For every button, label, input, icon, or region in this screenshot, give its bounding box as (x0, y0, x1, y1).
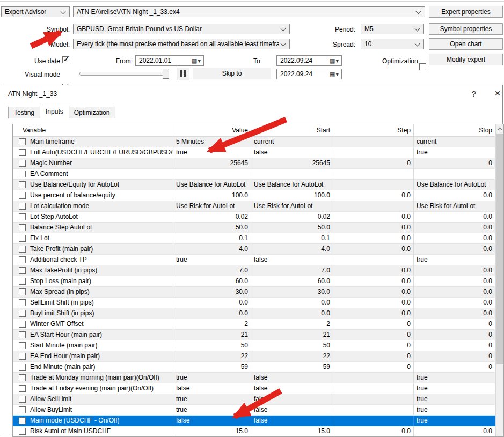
from-date-field[interactable]: 2022.01.01 ▦▾ (135, 55, 204, 66)
row-checkbox[interactable] (19, 374, 26, 381)
cell-stop[interactable]: 0 (414, 340, 495, 351)
cell-stop[interactable]: 0.0 (414, 244, 495, 255)
cell-start[interactable]: 0.0 (251, 298, 333, 308)
open-chart-button[interactable]: Open chart (429, 38, 503, 50)
cell-step[interactable]: 0.0 (333, 233, 414, 244)
row-checkbox[interactable] (19, 406, 26, 413)
row-checkbox[interactable] (19, 288, 26, 295)
table-row[interactable]: Main timeframe5 Minutescurrentcurrent (13, 137, 495, 147)
row-checkbox[interactable] (19, 310, 26, 317)
row-checkbox[interactable] (19, 267, 26, 274)
row-checkbox[interactable] (19, 149, 26, 156)
cell-start[interactable]: false (251, 147, 333, 158)
cell-start[interactable]: false (251, 255, 333, 265)
cell-value[interactable]: 2 (173, 319, 251, 330)
cell-stop[interactable]: true (414, 383, 495, 394)
cell-value[interactable]: 0.02 (173, 212, 251, 223)
row-checkbox[interactable] (19, 171, 26, 177)
expert-advisor-select[interactable]: Expert Advisor (1, 6, 70, 17)
row-checkbox[interactable] (19, 342, 26, 349)
cell-step[interactable] (333, 137, 414, 147)
cell-start[interactable]: 60.0 (251, 276, 333, 287)
cell-step[interactable] (333, 405, 414, 416)
cell-start[interactable]: current (251, 137, 333, 147)
table-row[interactable]: Start Minute (main pair)505000 (13, 340, 495, 351)
row-checkbox[interactable] (19, 203, 26, 210)
cell-start[interactable]: 21 (251, 330, 333, 340)
cell-step[interactable]: 0 (333, 340, 414, 351)
cell-value[interactable]: 60.0 (173, 276, 251, 287)
visual-speed-slider-track[interactable] (79, 72, 166, 76)
table-row[interactable]: Stop Loss (main pair)60.060.00.00.0 (13, 276, 495, 287)
cell-stop[interactable]: 0.0 (414, 223, 495, 233)
cell-start[interactable]: 22 (251, 351, 333, 362)
cell-stop[interactable]: 0 (414, 319, 495, 330)
cell-value[interactable]: 25645 (173, 158, 251, 169)
cell-value[interactable]: true (173, 405, 251, 416)
calendar-icon[interactable]: ▦▾ (192, 57, 201, 64)
cell-start[interactable]: false (251, 373, 333, 383)
cell-stop[interactable]: 0.0 (414, 212, 495, 223)
table-row[interactable]: Trade at Friday evening (main pair)(On/O… (13, 383, 495, 394)
cell-step[interactable]: 0.0 (333, 212, 414, 223)
cell-step[interactable] (333, 255, 414, 265)
row-checkbox[interactable] (19, 256, 26, 263)
cell-start[interactable]: Use Risk for AutoLot (251, 201, 333, 212)
cell-step[interactable] (333, 147, 414, 158)
cell-start[interactable]: false (251, 416, 333, 426)
cell-stop[interactable]: true (414, 394, 495, 405)
cell-step[interactable]: 0.0 (333, 287, 414, 298)
dialog-close-button[interactable]: × (492, 88, 503, 99)
cell-start[interactable]: 4.0 (251, 244, 333, 255)
cell-step[interactable]: 0.0 (333, 223, 414, 233)
cell-value[interactable]: false (173, 383, 251, 394)
cell-start[interactable]: false (251, 383, 333, 394)
cell-step[interactable]: 0.0 (333, 276, 414, 287)
cell-value[interactable]: true (173, 147, 251, 158)
cell-step[interactable]: 0 (333, 351, 414, 362)
cell-value[interactable]: 100.0 (173, 190, 251, 201)
row-checkbox[interactable] (19, 246, 26, 253)
cell-value[interactable]: Use Risk for AutoLot (173, 201, 251, 212)
skip-to-date-field[interactable]: 2022.09.24 ▦▾ (276, 69, 342, 79)
dialog-help-button[interactable]: ? (468, 88, 480, 99)
cell-stop[interactable]: 0.0 (414, 190, 495, 201)
cell-start[interactable]: 59 (251, 362, 333, 373)
cell-value[interactable]: true (173, 394, 251, 405)
row-checkbox[interactable] (19, 428, 26, 435)
table-row[interactable]: Max Spread (in pips)30.030.00.00.0 (13, 287, 495, 298)
cell-stop[interactable]: 0.0 (414, 287, 495, 298)
cell-value[interactable] (173, 169, 251, 180)
cell-stop[interactable]: true (414, 147, 495, 158)
cell-value[interactable]: true (173, 255, 251, 265)
modify-expert-button[interactable]: Modify expert (429, 54, 503, 65)
row-checkbox[interactable] (19, 224, 26, 231)
cell-start[interactable]: 100.0 (251, 190, 333, 201)
row-checkbox[interactable] (19, 396, 26, 403)
table-row[interactable]: Take Profit (main pair)4.04.00.00.0 (13, 244, 495, 255)
row-checkbox[interactable] (19, 138, 26, 145)
cell-start[interactable]: false (251, 394, 333, 405)
cell-start[interactable]: 25645 (251, 158, 333, 169)
cell-start[interactable]: 50.0 (251, 223, 333, 233)
cell-value[interactable]: 7.0 (173, 265, 251, 276)
cell-stop[interactable]: 0.0 (414, 233, 495, 244)
cell-value[interactable]: 59 (173, 362, 251, 373)
table-row[interactable]: End Minute (main pair)595900 (13, 362, 495, 373)
cell-step[interactable]: 0.0 (333, 308, 414, 319)
cell-value[interactable]: Use Balance for AutoLot (173, 180, 251, 190)
table-row[interactable]: EA Start Hour (main pair)212100 (13, 330, 495, 340)
row-checkbox[interactable] (19, 160, 26, 167)
expert-properties-button[interactable]: Expert properties (429, 6, 503, 18)
row-checkbox[interactable] (19, 385, 26, 392)
cell-step[interactable]: 0 (333, 362, 414, 373)
cell-step[interactable]: 0.0 (333, 298, 414, 308)
symbol-properties-button[interactable]: Symbol properties (429, 23, 503, 35)
cell-stop[interactable]: true (414, 405, 495, 416)
cell-start[interactable]: 0.02 (251, 212, 333, 223)
cell-stop[interactable]: 0 (414, 158, 495, 169)
cell-start[interactable]: 7.0 (251, 265, 333, 276)
table-row[interactable]: Additional check TPtruefalsetrue (13, 255, 495, 265)
row-checkbox[interactable] (19, 181, 26, 188)
cell-step[interactable] (333, 180, 414, 190)
